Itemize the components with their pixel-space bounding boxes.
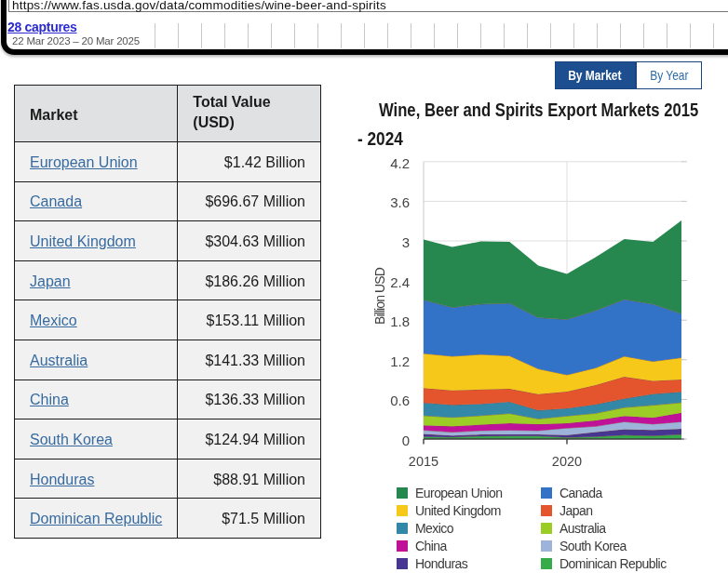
svg-text:0.6: 0.6 (390, 393, 410, 408)
svg-text:1.2: 1.2 (390, 353, 410, 369)
svg-text:3: 3 (402, 234, 410, 250)
svg-text:1.8: 1.8 (390, 313, 410, 329)
svg-text:0: 0 (402, 433, 410, 448)
svg-text:2020: 2020 (552, 454, 582, 469)
svg-text:4.2: 4.2 (390, 155, 410, 171)
svg-text:Billion USD: Billion USD (372, 267, 387, 325)
svg-text:3.6: 3.6 (390, 194, 410, 210)
svg-text:2.4: 2.4 (390, 274, 410, 290)
svg-text:2015: 2015 (409, 454, 438, 469)
